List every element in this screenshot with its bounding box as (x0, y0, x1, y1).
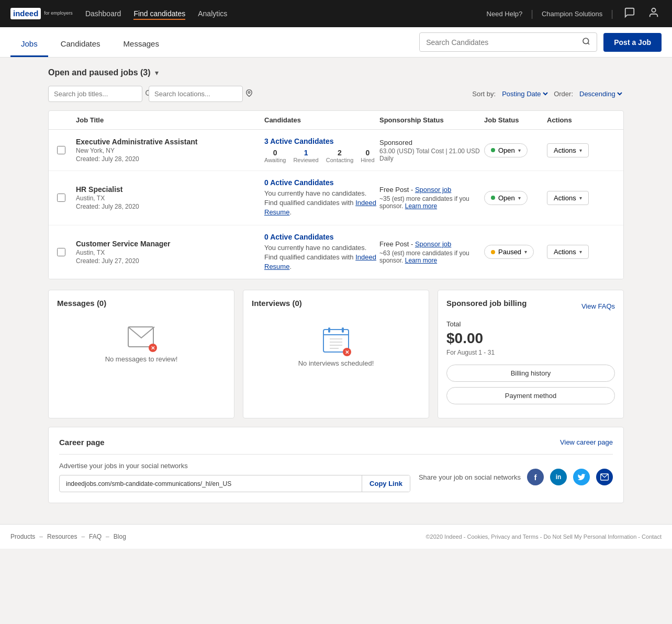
row3-no-candidates: You currently have no candidates. Find q… (264, 243, 379, 272)
email-button[interactable] (596, 469, 613, 485)
col-job-status: Job Status (484, 116, 547, 124)
nav-analytics[interactable]: Analytics (198, 7, 227, 20)
row3-actions-chevron: ▾ (579, 249, 582, 255)
row2-active-count[interactable]: 0 Active Candidates (264, 178, 379, 187)
copy-link-button[interactable]: Copy Link (362, 475, 410, 492)
stat-contacting-label: Contacting (326, 157, 354, 163)
row2-sponsorship: Free Post - Sponsor job ~35 (est) more c… (379, 186, 484, 210)
row1-sponsorship: Sponsored 63.00 (USD) Total Cost | 21.00… (379, 139, 484, 162)
user-button[interactable] (646, 5, 662, 23)
chat-button[interactable] (622, 5, 637, 23)
messages-empty: ✕ No messages to review! (57, 314, 226, 376)
view-faqs-link[interactable]: View FAQs (581, 302, 615, 310)
row2-status-dot (491, 196, 495, 200)
nav-dashboard[interactable]: Dashboard (85, 7, 121, 20)
twitter-button[interactable] (573, 469, 590, 485)
tab-messages[interactable]: Messages (113, 30, 170, 57)
row2-free-post-label: Free Post - (379, 186, 413, 194)
row3-free-post-label: Free Post - (379, 240, 413, 248)
stat-reviewed-label: Reviewed (293, 157, 318, 163)
twitter-icon (577, 473, 586, 481)
location-filter[interactable] (149, 86, 243, 102)
row3-checkbox[interactable] (57, 248, 65, 256)
footer-resources[interactable]: Resources (47, 533, 77, 540)
job-title-filter[interactable] (48, 86, 142, 102)
row2-actions-label: Actions (554, 194, 576, 202)
row1-actions-button[interactable]: Actions ▾ (547, 143, 589, 157)
row2-actions-chevron: ▾ (579, 195, 582, 201)
row1-status: Open ▾ (484, 143, 547, 157)
jobs-table: Job Title Candidates Sponsorship Status … (48, 110, 624, 279)
career-url-input[interactable] (60, 476, 362, 492)
row2-learn-more-link[interactable]: Learn more (405, 202, 437, 210)
footer-blog[interactable]: Blog (114, 533, 126, 540)
job-title-input[interactable] (54, 90, 142, 98)
billing-period: For August 1 - 31 (446, 349, 615, 356)
career-left: Advertise your jobs in your social netwo… (59, 462, 410, 492)
stat-reviewed: 1 Reviewed (293, 149, 318, 163)
row3-sponsor-job-link[interactable]: Sponsor job (415, 240, 451, 248)
row2-checkbox[interactable] (57, 194, 65, 202)
search-candidates-field[interactable] (419, 32, 597, 52)
career-desc: Advertise your jobs in your social netwo… (59, 462, 410, 470)
jobs-section-header: Open and paused jobs (3) ▾ (48, 68, 624, 77)
row2-actions-button[interactable]: Actions ▾ (547, 191, 589, 205)
billing-history-button[interactable]: Billing history (446, 365, 615, 382)
payment-method-button[interactable]: Payment method (446, 387, 615, 404)
champion-link[interactable]: Champion Solutions (542, 10, 602, 18)
footer-copyright: ©2020 Indeed - Cookies, Privacy and Term… (425, 534, 662, 540)
stat-awaiting: 0 Awaiting (264, 149, 286, 163)
col-job-title: Job Title (76, 116, 264, 124)
row2-status-button[interactable]: Open ▾ (484, 191, 528, 205)
nav-find-candidates[interactable]: Find candidates (133, 7, 185, 20)
main-content: Open and paused jobs (3) ▾ Sort b (38, 58, 634, 514)
career-url-row[interactable]: Copy Link (59, 475, 410, 492)
row3-status-button[interactable]: Paused ▾ (484, 245, 534, 259)
row1-actions: Actions ▾ (547, 143, 615, 157)
post-job-button[interactable]: Post a Job (603, 33, 662, 52)
interviews-panel-title: Interviews (0) (252, 299, 420, 308)
main-tabs-bar: Jobs Candidates Messages Post a Job (0, 27, 672, 58)
billing-amount: $0.00 (446, 330, 615, 347)
row3-learn-more-link[interactable]: Learn more (405, 257, 437, 264)
row3-no-cand-text: You currently have no candidates. Find q… (264, 244, 366, 261)
row3-status-chevron: ▾ (524, 249, 527, 255)
row1-stats: 0 Awaiting 1 Reviewed 2 Contacting 0 Hir… (264, 149, 379, 163)
search-candidates-button[interactable] (576, 33, 597, 51)
email-icon (600, 473, 609, 481)
need-help-link[interactable]: Need Help? (487, 10, 523, 18)
col-sponsorship: Sponsorship Status (379, 116, 484, 124)
facebook-button[interactable]: f (527, 469, 544, 485)
svg-point-1 (583, 38, 589, 44)
row1-sponsored-detail: 63.00 (USD) Total Cost | 21.00 USD Daily (379, 148, 484, 162)
messages-panel-title: Messages (0) (57, 299, 226, 308)
footer-faq[interactable]: FAQ (89, 533, 102, 540)
row1-active-count[interactable]: 3 Active Candidates (264, 137, 379, 145)
view-career-page-link[interactable]: View career page (560, 438, 613, 446)
footer-products[interactable]: Products (10, 533, 35, 540)
jobs-expand-icon[interactable]: ▾ (155, 69, 159, 77)
row1-checkbox[interactable] (57, 146, 65, 154)
row3-actions-button[interactable]: Actions ▾ (547, 245, 589, 259)
order-select[interactable]: Descending Ascending (577, 89, 624, 98)
stat-reviewed-value[interactable]: 1 (304, 149, 308, 157)
separator-2: | (611, 8, 613, 19)
row1-status-button[interactable]: Open ▾ (484, 143, 528, 157)
row2-job-title: HR Specialist (76, 185, 264, 194)
row3-active-count[interactable]: 0 Active Candidates (264, 233, 379, 241)
user-icon (648, 7, 659, 18)
sort-by-select[interactable]: Posting Date Title (500, 89, 550, 98)
svg-rect-10 (342, 327, 344, 333)
linkedin-button[interactable]: in (550, 469, 567, 485)
tab-jobs[interactable]: Jobs (10, 30, 48, 57)
logo-mark: indeed (10, 8, 41, 19)
row1-status-chevron: ▾ (518, 148, 521, 153)
row3-candidates: 0 Active Candidates You currently have n… (264, 233, 379, 272)
row2-sponsor-job-link[interactable]: Sponsor job (415, 186, 451, 194)
search-candidates-input[interactable] (420, 34, 576, 51)
svg-point-0 (652, 8, 655, 12)
stat-contacting-value: 2 (338, 149, 342, 157)
tab-candidates[interactable]: Candidates (50, 30, 111, 57)
row1-status-label: Open (498, 146, 515, 154)
location-input[interactable] (154, 90, 242, 98)
